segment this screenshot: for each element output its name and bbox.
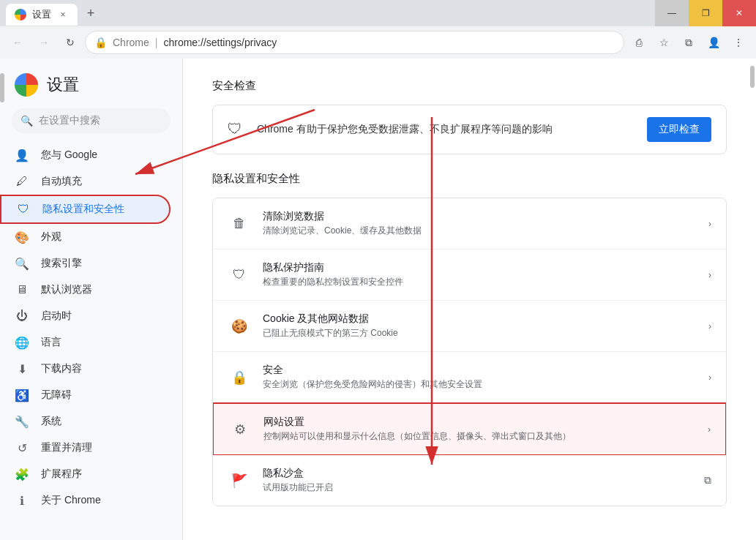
restore-button[interactable]: ❐ [689, 0, 722, 26]
sidebar-label-accessibility: 无障碍 [41, 389, 72, 402]
active-tab[interactable]: 设置 × [6, 4, 78, 26]
sidebar-icon-autofill: 🖊 [15, 174, 29, 189]
settings-header: 设置 [0, 64, 182, 108]
share-button[interactable]: ⎙ [627, 31, 651, 54]
sidebar-label-autofill: 自动填充 [41, 175, 82, 188]
profile-button[interactable]: 👤 [702, 31, 725, 54]
window-controls: — ❐ ✕ [655, 0, 756, 26]
privacy-icon-sandbox: 🚩 [228, 469, 251, 492]
privacy-arrow-privacy-guide: › [708, 270, 711, 280]
sidebar-item-startup[interactable]: ⏻启动时 [0, 303, 171, 329]
safety-check-card: 🛡 Chrome 有助于保护您免受数据泄露、不良扩展程序等问题的影响 立即检查 [212, 105, 727, 154]
sidebar-item-reset[interactable]: ↺重置并清理 [0, 435, 171, 461]
privacy-arrow-cookies: › [708, 321, 711, 331]
sidebar-item-about[interactable]: ℹ关于 Chrome [0, 487, 171, 514]
sidebar-item-autofill[interactable]: 🖊自动填充 [0, 168, 171, 195]
privacy-text-privacy-guide: 隐私保护指南检查重要的隐私控制设置和安全控件 [263, 261, 697, 288]
sidebar-scrollbar[interactable] [0, 73, 4, 102]
privacy-icon-clear-browsing: 🗑 [228, 212, 251, 236]
sidebar-icon-appearance: 🎨 [15, 230, 29, 244]
privacy-subtitle-clear-browsing: 清除浏览记录、Cookie、缓存及其他数据 [263, 225, 697, 237]
privacy-title-site-settings: 网站设置 [263, 416, 696, 429]
sidebar-icon-accessibility: ♿ [15, 388, 29, 402]
sidebar-label-privacy: 隐私设置和安全性 [42, 203, 124, 216]
tab-close-button[interactable]: × [57, 9, 69, 20]
check-now-button[interactable]: 立即检查 [647, 117, 711, 142]
chrome-label: Chrome [113, 37, 149, 48]
sidebar-icon-language: 🌐 [15, 335, 29, 350]
privacy-text-security: 安全安全浏览（保护您免受危险网站的侵害）和其他安全设置 [263, 364, 697, 391]
minimize-button[interactable]: — [655, 0, 689, 26]
sidebar-icon-search: 🔍 [15, 256, 29, 271]
back-button[interactable]: ← [6, 31, 29, 54]
privacy-arrow-security: › [708, 372, 711, 383]
sidebar-icon-privacy: 🛡 [16, 202, 31, 217]
lock-icon: 🔒 [94, 37, 107, 48]
sidebar-label-search: 搜索引擎 [41, 257, 82, 270]
sidebar-item-extensions[interactable]: 🧩扩展程序 [0, 461, 171, 487]
sidebar-label-extensions: 扩展程序 [41, 468, 82, 481]
sidebar-item-appearance[interactable]: 🎨外观 [0, 224, 171, 250]
content-area: 安全检查 🛡 Chrome 有助于保护您免受数据泄露、不良扩展程序等问题的影响 … [183, 59, 756, 540]
main-content: 设置 🔍 在设置中搜索 👤您与 Google🖊自动填充🛡隐私设置和安全性🎨外观🔍… [0, 59, 756, 540]
privacy-subtitle-site-settings: 控制网站可以使用和显示什么信息（如位置信息、摄像头、弹出式窗口及其他） [263, 430, 696, 443]
sidebar-item-downloads[interactable]: ⬇下载内容 [0, 356, 171, 382]
privacy-text-clear-browsing: 清除浏览数据清除浏览记录、Cookie、缓存及其他数据 [263, 210, 697, 237]
sidebar: 设置 🔍 在设置中搜索 👤您与 Google🖊自动填充🛡隐私设置和安全性🎨外观🔍… [0, 59, 183, 540]
sidebar-item-search[interactable]: 🔍搜索引擎 [0, 250, 171, 277]
privacy-item-privacy-guide[interactable]: 🛡隐私保护指南检查重要的隐私控制设置和安全控件› [213, 250, 726, 301]
menu-button[interactable]: ⋮ [727, 31, 750, 54]
sidebar-label-browser: 默认浏览器 [41, 283, 92, 296]
tab-favicon [15, 9, 26, 20]
privacy-icon-cookies: 🍪 [228, 315, 251, 338]
privacy-title-security: 安全 [263, 364, 697, 377]
sidebar-nav: 👤您与 Google🖊自动填充🛡隐私设置和安全性🎨外观🔍搜索引擎🖥默认浏览器⏻启… [0, 142, 182, 514]
refresh-button[interactable]: ↻ [59, 31, 82, 54]
search-icon: 🔍 [20, 115, 33, 127]
privacy-subtitle-sandbox: 试用版功能已开启 [263, 481, 692, 494]
sidebar-item-google[interactable]: 👤您与 Google [0, 142, 171, 168]
search-bar[interactable]: 🔍 在设置中搜索 [12, 108, 171, 133]
sidebar-label-system: 系统 [41, 415, 61, 428]
sidebar-label-downloads: 下载内容 [41, 362, 82, 375]
privacy-item-cookies[interactable]: 🍪Cookie 及其他网站数据已阻止无痕模式下的第三方 Cookie› [213, 301, 726, 352]
title-bar: 设置 × + ❯ — ❐ ✕ [0, 0, 756, 26]
search-placeholder: 在设置中搜索 [39, 114, 100, 127]
url-path: chrome://settings/privacy [163, 37, 277, 48]
navigation-bar: ← → ↻ 🔒 Chrome | chrome://settings/priva… [0, 26, 756, 59]
safety-check-title: 安全检查 [212, 79, 727, 93]
sidebar-item-language[interactable]: 🌐语言 [0, 329, 171, 356]
sidebar-label-about: 关于 Chrome [41, 494, 101, 507]
content-scrollbar[interactable] [750, 66, 755, 88]
sidebar-icon-browser: 🖥 [15, 282, 29, 297]
privacy-item-security[interactable]: 🔒安全安全浏览（保护您免受危险网站的侵害）和其他安全设置› [213, 352, 726, 403]
bookmark-button[interactable]: ☆ [652, 31, 675, 54]
privacy-title-privacy-guide: 隐私保护指南 [263, 261, 697, 274]
privacy-text-cookies: Cookie 及其他网站数据已阻止无痕模式下的第三方 Cookie [263, 312, 697, 340]
search-container: 🔍 在设置中搜索 [0, 108, 182, 142]
sidebar-item-privacy[interactable]: 🛡隐私设置和安全性 [0, 195, 171, 224]
close-button[interactable]: ✕ [722, 0, 756, 26]
sidebar-label-language: 语言 [41, 336, 61, 349]
sidebar-icon-google: 👤 [15, 148, 29, 162]
sidebar-icon-extensions: 🧩 [15, 467, 29, 481]
forward-button[interactable]: → [32, 31, 56, 54]
privacy-subtitle-cookies: 已阻止无痕模式下的第三方 Cookie [263, 327, 697, 340]
privacy-icon-privacy-guide: 🛡 [228, 263, 251, 287]
sidebar-label-google: 您与 Google [41, 149, 97, 162]
address-bar[interactable]: 🔒 Chrome | chrome://settings/privacy [85, 31, 624, 54]
sidebar-item-system[interactable]: 🔧系统 [0, 408, 171, 435]
privacy-icon-security: 🔒 [228, 366, 251, 389]
split-button[interactable]: ⧉ [677, 31, 700, 54]
new-tab-button[interactable]: + [81, 3, 101, 23]
url-separator: | [155, 37, 158, 48]
privacy-item-sandbox[interactable]: 🚩隐私沙盒试用版功能已开启⧉ [213, 455, 726, 506]
privacy-text-site-settings: 网站设置控制网站可以使用和显示什么信息（如位置信息、摄像头、弹出式窗口及其他） [263, 416, 696, 443]
sidebar-item-accessibility[interactable]: ♿无障碍 [0, 382, 171, 408]
privacy-item-clear-browsing[interactable]: 🗑清除浏览数据清除浏览记录、Cookie、缓存及其他数据› [213, 198, 726, 250]
sidebar-icon-about: ℹ [15, 493, 29, 508]
settings-title: 设置 [47, 74, 79, 96]
privacy-item-site-settings[interactable]: ⚙网站设置控制网站可以使用和显示什么信息（如位置信息、摄像头、弹出式窗口及其他）… [212, 402, 727, 456]
nav-actions: ⎙ ☆ ⧉ 👤 ⋮ [627, 31, 750, 54]
sidebar-item-browser[interactable]: 🖥默认浏览器 [0, 277, 171, 303]
